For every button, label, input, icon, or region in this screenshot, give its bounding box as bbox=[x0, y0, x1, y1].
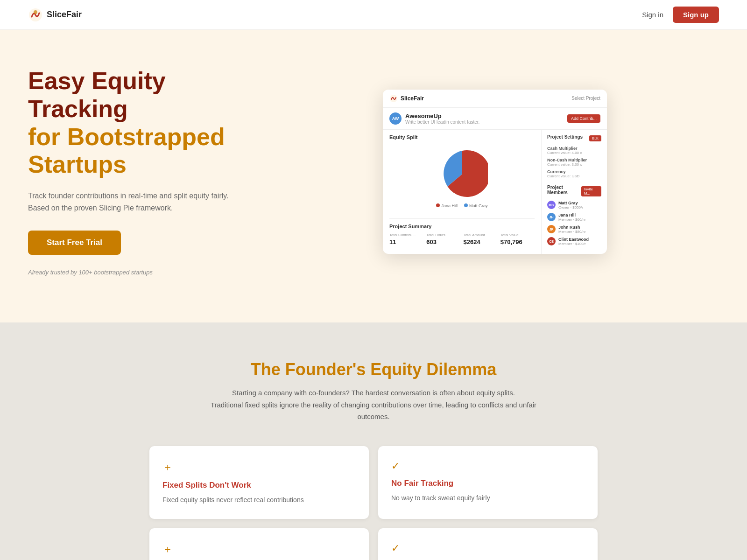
hero-title-line2: for Bootstrapped Startups bbox=[28, 123, 252, 179]
member-details-matt: Matt Gray Owner · $550/r bbox=[558, 201, 583, 210]
member-avatar-john: JR bbox=[547, 225, 556, 233]
invite-btn[interactable]: Invite M... bbox=[581, 186, 601, 196]
member-item-jana: JH Jana Hill Member · $60/hr bbox=[547, 213, 601, 222]
mockup-project-name: AwesomeUp bbox=[405, 112, 479, 119]
settings-edit-btn[interactable]: Edit bbox=[589, 135, 601, 141]
cash-multiplier-value: Current value: 4.00 x bbox=[547, 151, 601, 155]
mockup-settings-section: Project Settings Edit Cash Multiplier Cu… bbox=[547, 134, 601, 178]
card-icon-no-fair-tracking: ✓ bbox=[391, 460, 585, 472]
mockup-logo-icon bbox=[389, 94, 398, 103]
cash-multiplier-name: Cash Multiplier bbox=[547, 146, 601, 151]
hero-left: Easy Equity Tracking for Bootstrapped St… bbox=[28, 67, 252, 276]
members-header: Project Members Invite M... bbox=[547, 185, 601, 198]
mockup-project-desc: Write better UI leadin content faster. bbox=[405, 119, 479, 125]
summary-label-hours: Total Hours bbox=[426, 233, 460, 237]
svg-point-1 bbox=[34, 10, 37, 14]
mockup-summary-title: Project Summary bbox=[389, 224, 535, 229]
card-fixed-splits: ＋ Fixed Splits Don't Work Fixed equity s… bbox=[149, 446, 369, 519]
mockup-select-project[interactable]: Select Project bbox=[571, 96, 600, 101]
member-item-clint: CE Clint Eastwood Member · $100/r bbox=[547, 237, 601, 246]
settings-header: Project Settings Edit bbox=[547, 134, 601, 142]
card-title-no-fair-tracking: No Fair Tracking bbox=[391, 479, 585, 488]
setting-currency: Currency Current value: USD bbox=[547, 169, 601, 178]
cards-grid: ＋ Fixed Splits Don't Work Fixed equity s… bbox=[149, 446, 598, 560]
mockup-sidebar: Project Settings Edit Cash Multiplier Cu… bbox=[542, 130, 607, 254]
member-role-matt: Owner · $550/r bbox=[558, 205, 583, 210]
pie-container: Jana Hill Matt Gray bbox=[389, 144, 535, 213]
member-name-jana: Jana Hill bbox=[558, 213, 586, 217]
signin-button[interactable]: Sign in bbox=[642, 11, 663, 19]
summary-label-amount: Total Amount bbox=[464, 233, 498, 237]
summary-value-hours: 603 bbox=[426, 238, 460, 245]
features-subtitle-line2: Traditional fixed splits ignore the real… bbox=[211, 401, 536, 421]
member-name-matt: Matt Gray bbox=[558, 201, 583, 205]
member-item-john: JR John Rush Member · $80/hr bbox=[547, 225, 601, 234]
noncash-multiplier-value: Current value: 3.00 x bbox=[547, 162, 601, 167]
summary-value-contributions: 11 bbox=[389, 238, 423, 245]
mockup-logo-text: SliceFair bbox=[401, 95, 424, 102]
noncash-multiplier-name: Non-Cash Multiplier bbox=[547, 158, 601, 162]
summary-value-amount: $2624 bbox=[464, 238, 498, 245]
mockup-project-bar: AW AwesomeUp Write better UI leadin cont… bbox=[383, 108, 607, 130]
cta-button[interactable]: Start Free Trial bbox=[28, 231, 121, 255]
setting-noncash-multiplier: Non-Cash Multiplier Current value: 3.00 … bbox=[547, 158, 601, 167]
navbar: SliceFair Sign in Sign up bbox=[0, 0, 747, 30]
member-details-john: John Rush Member · $80/hr bbox=[558, 225, 586, 234]
signup-button[interactable]: Sign up bbox=[673, 7, 719, 23]
members-title: Project Members bbox=[547, 185, 581, 195]
equity-split-title: Equity Split bbox=[389, 134, 535, 140]
member-item-matt: MG Matt Gray Owner · $550/r bbox=[547, 201, 601, 210]
member-role-jana: Member · $60/hr bbox=[558, 217, 586, 222]
card-icon-conflicts: ＋ bbox=[162, 542, 356, 556]
hero-title: Easy Equity Tracking for Bootstrapped St… bbox=[28, 67, 252, 179]
summary-grid: Total Contribu... 11 Total Hours 603 Tot… bbox=[389, 233, 535, 245]
legend-jana: Jana Hill bbox=[436, 203, 458, 208]
member-avatar-matt: MG bbox=[547, 201, 556, 209]
equity-pie-chart bbox=[437, 148, 488, 200]
currency-name: Currency bbox=[547, 169, 601, 174]
summary-item-contributions: Total Contribu... 11 bbox=[389, 233, 423, 245]
summary-item-hours: Total Hours 603 bbox=[426, 233, 460, 245]
features-section: The Founder's Equity Dilemma Starting a … bbox=[0, 322, 747, 560]
trusted-text: Already trusted by 100+ bootstrapped sta… bbox=[28, 269, 252, 276]
legend-matt: Matt Gray bbox=[464, 203, 488, 208]
summary-item-amount: Total Amount $2624 bbox=[464, 233, 498, 245]
settings-title: Project Settings bbox=[547, 134, 583, 140]
mockup-body: Equity Split Jana Hill Matt Gray bbox=[383, 130, 607, 254]
mockup-add-contrib-btn[interactable]: Add Contrib... bbox=[567, 114, 600, 123]
member-details-clint: Clint Eastwood Member · $100/r bbox=[558, 237, 589, 246]
member-avatar-jana: JH bbox=[547, 213, 556, 221]
card-conflicts: ＋ Conflicts Arise Disagreements over who… bbox=[149, 528, 369, 560]
mockup-window: SliceFair Select Project AW AwesomeUp Wr… bbox=[383, 90, 607, 254]
mockup-main: Equity Split Jana Hill Matt Gray bbox=[383, 130, 542, 254]
hero-right: SliceFair Select Project AW AwesomeUp Wr… bbox=[271, 90, 719, 254]
member-name-john: John Rush bbox=[558, 225, 586, 230]
member-role-john: Member · $80/hr bbox=[558, 230, 586, 234]
card-title-fixed-splits: Fixed Splits Don't Work bbox=[162, 481, 356, 490]
setting-cash-multiplier: Cash Multiplier Current value: 4.00 x bbox=[547, 146, 601, 155]
card-no-fair-tracking: ✓ No Fair Tracking No way to track sweat… bbox=[378, 446, 598, 519]
member-role-clint: Member · $100/r bbox=[558, 242, 589, 246]
member-details-jana: Jana Hill Member · $60/hr bbox=[558, 213, 586, 222]
card-icon-no-standard: ✓ bbox=[391, 542, 585, 554]
member-name-clint: Clint Eastwood bbox=[558, 237, 589, 242]
mockup-header: SliceFair Select Project bbox=[383, 90, 607, 108]
features-subtitle-line1: Starting a company with co-founders? The… bbox=[232, 389, 515, 397]
card-desc-no-fair-tracking: No way to track sweat equity fairly bbox=[391, 493, 585, 503]
pie-legend: Jana Hill Matt Gray bbox=[436, 203, 487, 208]
logo-area: SliceFair bbox=[28, 7, 82, 22]
mockup-project-avatar: AW bbox=[389, 112, 402, 125]
card-desc-fixed-splits: Fixed equity splits never reflect real c… bbox=[162, 495, 356, 505]
currency-value: Current value: USD bbox=[547, 174, 601, 178]
nav-actions: Sign in Sign up bbox=[642, 7, 719, 23]
mockup-project-details: AwesomeUp Write better UI leadin content… bbox=[405, 112, 479, 125]
mockup-project-info: AW AwesomeUp Write better UI leadin cont… bbox=[389, 112, 479, 125]
card-icon-fixed-splits: ＋ bbox=[162, 460, 356, 474]
mockup-logo-area: SliceFair bbox=[389, 94, 424, 103]
summary-label-value: Total Value bbox=[500, 233, 535, 237]
hero-title-line1: Easy Equity Tracking bbox=[28, 67, 252, 123]
features-subtitle: Starting a company with co-founders? The… bbox=[210, 387, 537, 423]
mockup-members-section: Project Members Invite M... MG Matt Gray… bbox=[547, 185, 601, 246]
hero-subtitle: Track founder contributions in real-time… bbox=[28, 190, 252, 214]
card-no-standard: ✓ No Standard Method No agreed-upon fram… bbox=[378, 528, 598, 560]
